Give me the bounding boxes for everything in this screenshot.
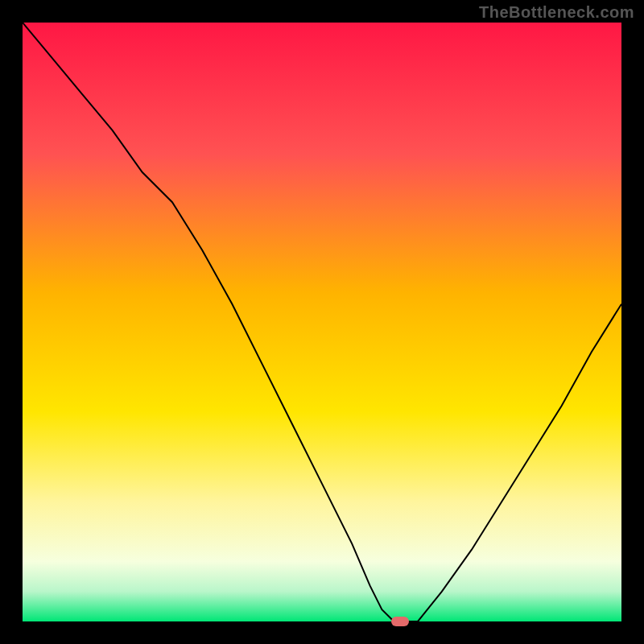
optimal-point-marker (391, 617, 409, 626)
watermark-text: TheBottleneck.com (479, 3, 634, 22)
chart-frame: TheBottleneck.com (0, 0, 644, 644)
plot-area (23, 23, 621, 621)
gradient-background (23, 23, 621, 621)
chart-svg (23, 23, 621, 621)
